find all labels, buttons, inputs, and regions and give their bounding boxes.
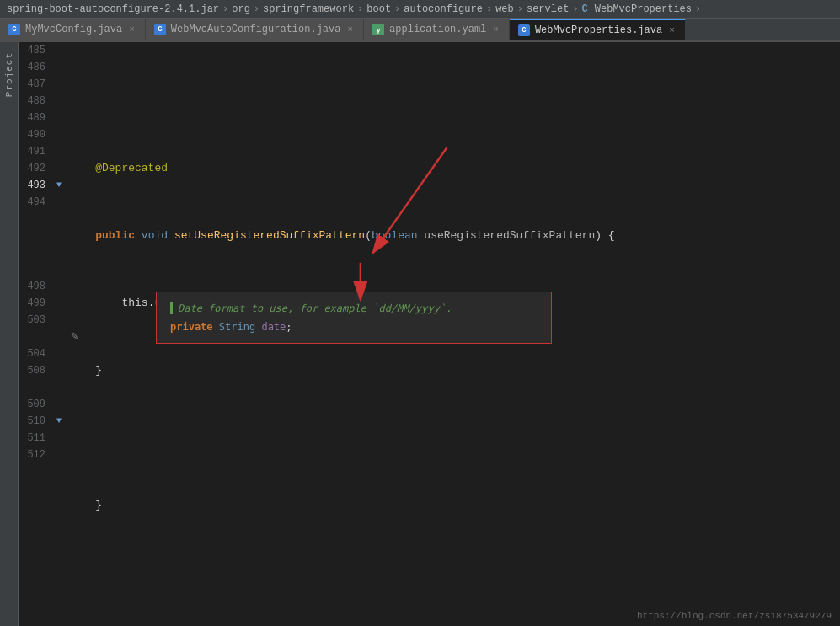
ln-491: 491 (19, 143, 52, 160)
tab-label-4: WebMvcProperties.java (535, 24, 662, 36)
popup-comment: Date format to use, for example `dd/MM/y… (170, 302, 538, 314)
gc-499 (52, 295, 66, 312)
breadcrumb-boot[interactable]: boot (366, 3, 391, 15)
separator-3: › (357, 3, 363, 15)
doc-popup: Date format to use, for example `dd/MM/y… (156, 292, 552, 344)
line-numbers: 485 486 487 488 489 490 491 492 493 494 … (19, 42, 52, 626)
breadcrumb-servlet[interactable]: servlet (527, 3, 569, 15)
jar-name: spring-boot-autoconfigure-2.4.1.jar (7, 3, 219, 15)
ln-512: 512 (19, 447, 52, 463)
breadcrumb-class-icon: C (582, 3, 588, 15)
ln-490: 490 (19, 126, 52, 143)
gc-493[interactable]: ▼ (52, 177, 66, 194)
tab-close-webMvcProperties[interactable]: × (667, 24, 677, 36)
ln-486: 486 (19, 59, 52, 76)
ln-493: 493 (19, 177, 52, 194)
separator-4: › (394, 3, 400, 15)
yaml-icon: y (372, 24, 384, 35)
gc-490 (52, 126, 66, 143)
breadcrumb-org[interactable]: org (232, 3, 250, 15)
ln-488: 488 (19, 93, 52, 110)
tab-label: MyMvcConfig.java (25, 24, 122, 35)
gc-488 (52, 93, 66, 110)
breadcrumb-web[interactable]: web (495, 3, 514, 15)
ln-508b (19, 379, 52, 396)
gc-508b (52, 379, 66, 396)
watermark: https://blog.csdn.net/zs18753479279 (637, 611, 832, 621)
tab-myMvcConfig[interactable]: C MyMvcConfig.java × (0, 19, 146, 40)
separator-7: › (572, 3, 578, 15)
breadcrumb-autoconfigure[interactable]: autoconfigure (404, 3, 483, 15)
gc-491 (52, 143, 66, 160)
ln-499: 499 (19, 295, 52, 312)
separator-2: › (254, 3, 259, 15)
gc-popup (52, 211, 66, 278)
ln-489: 489 (19, 110, 52, 126)
code-line-490 (66, 430, 840, 447)
gc-510[interactable]: ▼ (52, 413, 66, 430)
gc-511 (52, 430, 66, 447)
gc-498 (52, 278, 66, 295)
gc-487 (52, 76, 66, 93)
code-line-487: public void setUseRegisteredSuffixPatter… (66, 227, 840, 244)
ln-510: 510 (19, 413, 52, 430)
tab-webMvcAutoConfig[interactable]: C WebMvcAutoConfiguration.java × (146, 19, 364, 40)
breadcrumb-springframework[interactable]: springframework (263, 3, 354, 15)
tab-close-webMvcAutoConfig[interactable]: × (345, 24, 355, 35)
main-layout: Project 485 486 487 488 489 490 491 492 … (0, 42, 840, 626)
ln-503: 503 (19, 312, 52, 329)
gc-486 (52, 59, 66, 76)
tab-label-2: WebMvcAutoConfiguration.java (171, 24, 341, 35)
gc-508 (52, 362, 66, 379)
separator-6: › (517, 3, 523, 15)
gc-512 (52, 447, 66, 463)
gc-503 (52, 312, 66, 329)
ln-495 (19, 211, 52, 278)
gc-485 (52, 42, 66, 59)
popup-code: private String date; (170, 321, 538, 333)
gc-503b (52, 329, 66, 345)
title-bar: spring-boot-autoconfigure-2.4.1.jar › or… (0, 0, 840, 19)
gc-492 (52, 160, 66, 177)
ln-503b (19, 329, 52, 345)
tab-webMvcProperties[interactable]: C WebMvcProperties.java × (510, 19, 686, 40)
code-line-489: } (66, 362, 840, 379)
tab-close-appYaml[interactable]: × (491, 24, 500, 35)
project-label: Project (4, 52, 14, 97)
ln-492: 492 (19, 160, 52, 177)
edit-icon[interactable]: ✎ (71, 329, 78, 343)
ln-511: 511 (19, 430, 52, 447)
gc-504 (52, 345, 66, 362)
java-icon-3: C (518, 24, 530, 36)
ln-485: 485 (19, 42, 52, 59)
ln-508: 508 (19, 362, 52, 379)
separator-9: › (695, 3, 701, 15)
tab-appYaml[interactable]: y application.yaml × (364, 19, 510, 40)
separator-5: › (486, 3, 492, 15)
ln-509: 509 (19, 396, 52, 413)
gc-509 (52, 396, 66, 413)
ln-504: 504 (19, 345, 52, 362)
code-line-485 (66, 93, 840, 110)
code-line-492 (66, 564, 840, 581)
ln-494: 494 (19, 194, 52, 211)
project-sidebar[interactable]: Project (0, 42, 19, 626)
annotation-deprecated: @Deprecated (69, 160, 168, 177)
separator-1: › (222, 3, 228, 15)
java-icon: C (8, 24, 20, 35)
editor-area: 485 486 487 488 489 490 491 492 493 494 … (19, 42, 840, 626)
tabs-bar: C MyMvcConfig.java × C WebMvcAutoConfigu… (0, 19, 840, 42)
gc-494 (52, 194, 66, 211)
code-line-486: @Deprecated (66, 160, 840, 177)
ln-498: 498 (19, 278, 52, 295)
tab-label-3: application.yaml (389, 24, 486, 35)
tab-close-myMvcConfig[interactable]: × (127, 24, 136, 35)
gutter-column: ▼ ▼ (52, 42, 66, 626)
code-line-491: } (66, 497, 840, 514)
breadcrumb-classname[interactable]: WebMvcProperties (595, 3, 692, 15)
java-icon-2: C (154, 24, 166, 35)
gc-489 (52, 110, 66, 126)
ln-487: 487 (19, 76, 52, 93)
